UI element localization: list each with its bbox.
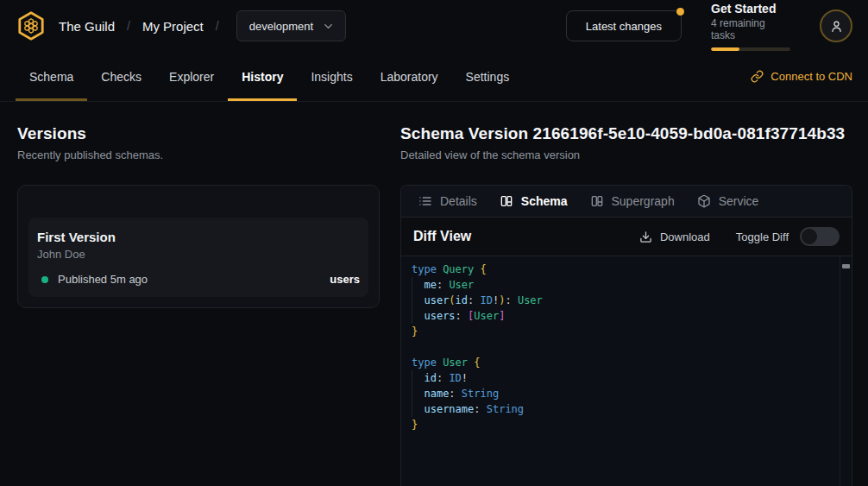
get-started-title: Get Started bbox=[711, 2, 790, 16]
progress-fill bbox=[711, 47, 739, 51]
columns-icon bbox=[500, 194, 513, 208]
progress-bar bbox=[711, 47, 790, 51]
detail-tabs: Details Schema bbox=[401, 186, 852, 218]
code-lines: type Query { me: User user(id: ID!): Use… bbox=[412, 262, 840, 432]
tab-laboratory[interactable]: Laboratory bbox=[367, 52, 452, 101]
versions-subtitle: Recently published schemas. bbox=[17, 148, 380, 161]
download-button[interactable]: Download bbox=[639, 230, 710, 243]
toggle-diff-switch[interactable] bbox=[800, 227, 840, 246]
download-label: Download bbox=[660, 230, 710, 243]
version-card[interactable]: First Version John Doe Published 5m ago … bbox=[28, 218, 368, 297]
tab-checks[interactable]: Checks bbox=[87, 52, 155, 101]
version-detail-title: Schema Version 2166196f-5e10-4059-bd0a-0… bbox=[400, 124, 852, 143]
detail-tab-schema[interactable]: Schema bbox=[500, 194, 568, 208]
diff-view-header: Diff View Download Toggle Diff bbox=[401, 218, 852, 256]
versions-panel: Versions Recently published schemas. Fir… bbox=[17, 124, 380, 486]
toggle-diff-label: Toggle Diff bbox=[736, 230, 789, 243]
download-icon bbox=[639, 230, 652, 243]
main-nav: Schema Checks Explorer History Insights … bbox=[0, 52, 868, 102]
code-editor[interactable]: type Query { me: User user(id: ID!): Use… bbox=[401, 256, 852, 486]
target-selector-value: development bbox=[249, 20, 313, 33]
detail-tab-label: Supergraph bbox=[612, 194, 675, 208]
versions-title: Versions bbox=[17, 124, 380, 143]
detail-tab-label: Service bbox=[719, 194, 759, 208]
main-content: Versions Recently published schemas. Fir… bbox=[0, 102, 868, 486]
org-name[interactable]: The Guild bbox=[59, 19, 115, 34]
version-service-badge: users bbox=[330, 273, 360, 286]
breadcrumb: The Guild / My Project / development bbox=[16, 10, 346, 41]
app-root: The Guild / My Project / development Lat… bbox=[0, 0, 868, 486]
tab-settings[interactable]: Settings bbox=[452, 52, 524, 101]
breadcrumb-separator: / bbox=[216, 19, 219, 33]
version-name: First Version bbox=[37, 230, 360, 244]
tab-insights[interactable]: Insights bbox=[297, 52, 366, 101]
notification-dot bbox=[676, 8, 684, 16]
latest-changes-label: Latest changes bbox=[586, 20, 662, 33]
columns-icon bbox=[590, 194, 604, 208]
detail-tab-supergraph[interactable]: Supergraph bbox=[590, 194, 675, 208]
version-status: Published 5m ago bbox=[58, 273, 148, 286]
diff-view-title: Diff View bbox=[413, 229, 471, 244]
nav-tabs: Schema Checks Explorer History Insights … bbox=[16, 52, 523, 101]
schema-viewer: Details Schema bbox=[400, 185, 852, 486]
detail-tab-label: Details bbox=[440, 194, 477, 208]
toggle-knob bbox=[802, 229, 817, 244]
breadcrumb-separator: / bbox=[127, 19, 130, 33]
hive-logo-icon[interactable] bbox=[16, 10, 47, 41]
tab-explorer[interactable]: Explorer bbox=[155, 52, 228, 101]
connect-to-cdn-label: Connect to CDN bbox=[771, 70, 852, 83]
get-started-widget[interactable]: Get Started 4 remaining tasks bbox=[711, 2, 790, 51]
version-status-row: Published 5m ago users bbox=[37, 273, 360, 286]
detail-tab-details[interactable]: Details bbox=[418, 194, 477, 208]
tab-history[interactable]: History bbox=[228, 52, 297, 101]
detail-tab-service[interactable]: Service bbox=[697, 194, 759, 208]
get-started-subtitle: 4 remaining tasks bbox=[711, 17, 790, 41]
version-detail-panel: Schema Version 2166196f-5e10-4059-bd0a-0… bbox=[400, 124, 852, 486]
published-dot bbox=[41, 276, 48, 283]
header-actions: Latest changes Get Started 4 remaining t… bbox=[566, 2, 852, 51]
toggle-diff-control: Toggle Diff bbox=[736, 227, 840, 246]
user-icon bbox=[829, 19, 844, 34]
tab-schema[interactable]: Schema bbox=[16, 52, 87, 101]
connect-to-cdn-link[interactable]: Connect to CDN bbox=[751, 52, 852, 101]
diff-view-actions: Download Toggle Diff bbox=[639, 227, 840, 246]
code-scrollbar-thumb[interactable] bbox=[842, 264, 850, 268]
box-icon bbox=[697, 194, 711, 208]
target-selector[interactable]: development bbox=[236, 10, 346, 41]
header: The Guild / My Project / development Lat… bbox=[0, 0, 868, 52]
chevron-down-icon bbox=[322, 20, 335, 33]
code-scrollbar[interactable] bbox=[840, 256, 852, 486]
list-icon bbox=[418, 194, 432, 208]
project-name[interactable]: My Project bbox=[142, 19, 204, 34]
latest-changes-button[interactable]: Latest changes bbox=[566, 10, 682, 41]
detail-tab-label: Schema bbox=[521, 194, 568, 208]
avatar[interactable] bbox=[820, 9, 852, 42]
version-author: John Doe bbox=[37, 248, 360, 261]
version-detail-subtitle: Detailed view of the schema version bbox=[400, 148, 852, 161]
link-icon bbox=[751, 70, 764, 83]
versions-list: First Version John Doe Published 5m ago … bbox=[17, 185, 380, 308]
